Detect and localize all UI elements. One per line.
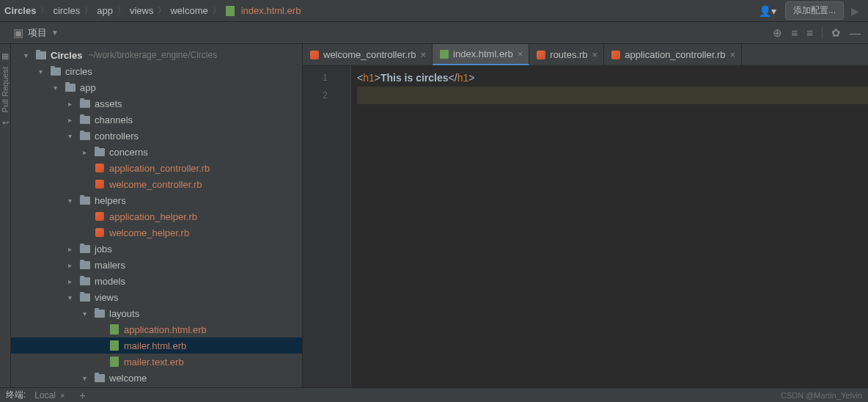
crumb-file[interactable]: index.html.erb [240,5,303,16]
dropdown-icon[interactable]: ▼ [51,29,59,37]
arrow-right-icon[interactable]: ▸ [68,100,78,108]
tree-item-label: application.html.erb [124,324,207,335]
tree-item-application-controller-rb[interactable]: application_controller.rb [11,160,302,176]
close-icon[interactable]: × [730,49,736,60]
arrow-right-icon[interactable]: ▸ [83,148,93,156]
tree-item-channels[interactable]: ▸channels [11,112,302,128]
arrow-right-icon[interactable]: ▸ [68,261,78,269]
tree-item-layouts[interactable]: ▾layouts [11,305,302,321]
crumb-4[interactable]: welcome [169,5,209,16]
tree-item-label: application_helper.rb [109,211,197,222]
fold-gutter [341,66,351,387]
arrow-down-icon[interactable]: ▾ [68,132,78,140]
tree-item-welcome-helper-rb[interactable]: welcome_helper.rb [11,224,302,241]
arrow-down-icon[interactable]: ▾ [39,67,49,76]
terminal-session[interactable]: Local [34,390,56,401]
target-icon[interactable]: ⊕ [773,26,782,40]
tree-item-mailers[interactable]: ▸mailers [11,257,302,273]
terminal-label[interactable]: 终端: [6,389,26,401]
erb-file-icon [108,324,121,335]
close-icon[interactable]: × [518,48,523,59]
tree-item-label: jobs [95,244,112,255]
minimize-icon[interactable]: — [850,26,861,39]
tree-root-label: Circles [51,50,82,61]
editor-tab-routes-rb[interactable]: routes.rb× [529,44,604,65]
tree-root[interactable]: ▾ Circles ~/work/brokerage_engine/Circle… [11,47,302,63]
tree-item-models[interactable]: ▸models [11,273,302,289]
run-icon[interactable]: ▶ [848,5,862,17]
breadcrumb-bar: Circles 〉 circles 〉 app 〉 views 〉 welcom… [0,0,868,22]
tree-item-label: views [95,292,119,303]
arrow-down-icon[interactable]: ▾ [24,51,34,59]
tree-item-label: app [80,82,96,93]
tree-item-helpers[interactable]: ▾helpers [11,192,302,208]
tree-item-label: helpers [95,195,126,206]
gutter-exit-icon[interactable]: ↩ [2,118,9,128]
close-icon[interactable]: × [60,391,65,400]
editor-tab-welcome-controller-rb[interactable]: welcome_controller.rb× [303,44,433,65]
tree-item-application-helper-rb[interactable]: application_helper.rb [11,208,302,224]
editor-tab-application-controller-rb[interactable]: application_controller.rb× [604,44,742,65]
arrow-down-icon[interactable]: ▾ [83,310,93,318]
tree-item-application-html-erb[interactable]: application.html.erb [11,321,302,337]
ruby-file-icon [93,163,106,173]
gear-icon[interactable]: ✿ [831,26,841,40]
tree-item-jobs[interactable]: ▸jobs [11,241,302,257]
folder-icon [64,82,77,92]
code-area[interactable]: <h1>This is circles</h1> [351,66,868,387]
user-icon[interactable]: 👤▾ [754,4,781,18]
gutter-icon[interactable]: ▦ [1,51,9,61]
ruby-file-icon [93,179,106,189]
editor-tabs: welcome_controller.rb×index.html.erb×rou… [303,44,868,66]
erb-file-icon [108,340,121,351]
editor-body: 1 2 <h1>This is circles</h1> [303,66,868,387]
tab-label: welcome_controller.rb [323,49,416,60]
main-area: ▦ Pull Request ↩ ▾ Circles ~/work/broker… [0,44,868,387]
editor-tab-index-html-erb[interactable]: index.html.erb× [433,44,529,65]
arrow-down-icon[interactable]: ▾ [83,374,93,382]
tree-item-circles[interactable]: ▾circles [11,63,302,79]
tree-item-mailer-text-erb[interactable]: mailer.text.erb [11,354,302,370]
arrow-down-icon[interactable]: ▾ [68,293,78,302]
crumb-3[interactable]: views [128,5,155,16]
folder-icon [78,98,92,109]
crumb-2[interactable]: app [95,5,114,16]
chevron-icon: 〉 [40,5,48,16]
tab-label: application_controller.rb [625,49,725,60]
close-icon[interactable]: × [420,49,426,60]
tree-item-app[interactable]: ▾app [11,79,302,95]
crumb-root[interactable]: Circles [3,5,37,16]
tree-item-concerns[interactable]: ▸concerns [11,144,302,160]
folder-icon [78,276,92,286]
folder-icon [78,292,92,302]
arrow-down-icon[interactable]: ▾ [68,197,78,205]
tree-item-welcome[interactable]: ▾welcome [11,370,302,386]
erb-file-icon [440,50,449,59]
tree-item-label: controllers [95,131,139,142]
tree-item-mailer-html-erb[interactable]: mailer.html.erb [11,337,302,354]
project-icon: ▣ [13,26,23,40]
arrow-down-icon[interactable]: ▾ [54,84,64,92]
tree-item-assets[interactable]: ▸assets [11,95,302,112]
crumb-1[interactable]: circles [51,5,81,16]
project-label[interactable]: 项目 [28,26,47,40]
add-config-button[interactable]: 添加配置... [785,1,844,20]
arrow-right-icon[interactable]: ▸ [68,116,78,124]
close-icon[interactable]: × [592,49,598,60]
tree-item-controllers[interactable]: ▾controllers [11,128,302,144]
tab-label: routes.rb [550,49,587,60]
chevron-icon: 〉 [117,5,125,16]
tree-item-label: concerns [109,147,148,158]
code-line-2 [357,87,868,104]
arrow-right-icon[interactable]: ▸ [68,277,78,285]
collapse-icon[interactable]: ≡ [806,26,813,39]
arrow-right-icon[interactable]: ▸ [68,245,78,253]
tree-item-label: assets [95,98,122,109]
tree-item-welcome-controller-rb[interactable]: welcome_controller.rb [11,176,302,192]
tree-item-views[interactable]: ▾views [11,289,302,305]
add-terminal-icon[interactable]: + [79,390,85,401]
tree-item-label: mailers [95,260,125,271]
pull-request-tab[interactable]: Pull Request [1,67,10,112]
tree-item-label: welcome_helper.rb [109,227,189,238]
expand-icon[interactable]: ≡ [791,26,798,39]
